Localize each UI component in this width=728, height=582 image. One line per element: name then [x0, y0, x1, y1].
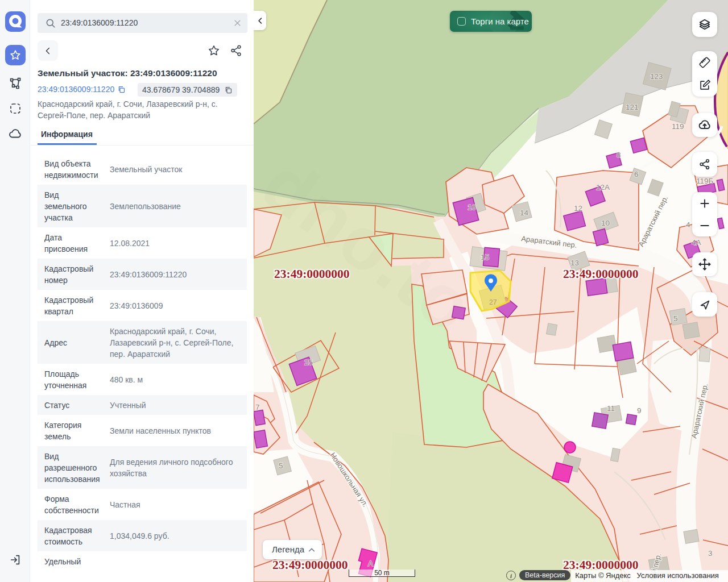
svg-text:23:49:0000000: 23:49:0000000: [563, 267, 639, 281]
svg-text:8: 8: [617, 151, 621, 159]
svg-text:5: 5: [673, 314, 678, 323]
svg-text:А: А: [368, 559, 373, 568]
svg-text:12А: 12А: [596, 183, 610, 192]
svg-text:12: 12: [574, 204, 582, 213]
svg-text:3: 3: [708, 549, 713, 558]
svg-text:119Б: 119Б: [696, 177, 714, 185]
svg-text:14: 14: [520, 209, 529, 217]
svg-text:23:49:0000000: 23:49:0000000: [272, 558, 348, 572]
svg-text:16: 16: [468, 203, 476, 211]
svg-text:15: 15: [481, 253, 489, 261]
svg-text:9: 9: [637, 406, 642, 415]
svg-text:119: 119: [672, 122, 684, 131]
svg-text:10: 10: [601, 219, 610, 227]
svg-text:27: 27: [489, 298, 497, 306]
svg-text:123: 123: [650, 72, 663, 81]
svg-text:4: 4: [686, 221, 690, 229]
svg-text:121: 121: [626, 103, 639, 111]
svg-text:11: 11: [607, 404, 615, 413]
svg-text:23:49:0000000: 23:49:0000000: [274, 267, 350, 281]
svg-text:4А: 4А: [692, 238, 701, 247]
svg-text:6: 6: [634, 170, 639, 178]
svg-text:13: 13: [570, 259, 579, 267]
svg-text:25: 25: [304, 358, 313, 367]
svg-text:7: 7: [255, 403, 260, 411]
svg-text:5: 5: [279, 462, 283, 470]
